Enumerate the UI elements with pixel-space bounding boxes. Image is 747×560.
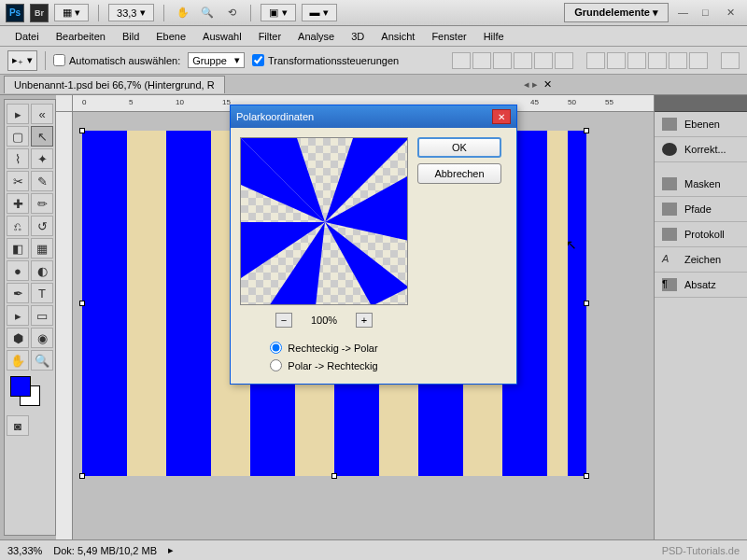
- auto-select-checkbox[interactable]: Automatisch auswählen:: [53, 54, 180, 66]
- distribute-btn[interactable]: [669, 52, 687, 69]
- tab-scroll[interactable]: ◂ ▸: [524, 78, 538, 91]
- 3d-camera-tool[interactable]: ◉: [31, 328, 53, 348]
- zoom-dropdown[interactable]: 33,3 ▾: [108, 4, 154, 21]
- color-swatches[interactable]: [7, 376, 53, 410]
- history-brush-tool[interactable]: ↺: [31, 216, 53, 236]
- brush-tool[interactable]: ✏: [31, 193, 53, 214]
- panel-absatz[interactable]: ¶Absatz: [655, 273, 747, 298]
- radio-rect-to-polar[interactable]: Rechteckig -> Polar: [270, 339, 377, 357]
- stamp-tool[interactable]: ⎌: [7, 216, 29, 236]
- dialog-close-button[interactable]: ✕: [492, 109, 511, 124]
- align-btn[interactable]: [452, 52, 471, 69]
- view-mode-dropdown[interactable]: ▦ ▾: [54, 4, 89, 21]
- align-btn[interactable]: [514, 52, 532, 69]
- menu-fenster[interactable]: Fenster: [424, 28, 473, 45]
- zoom-tool-icon[interactable]: 🔍: [198, 4, 217, 22]
- close-button[interactable]: ✕: [726, 7, 741, 20]
- zoom-in-button[interactable]: +: [356, 313, 373, 328]
- minimize-button[interactable]: —: [678, 7, 693, 20]
- arrange-dropdown[interactable]: ▣ ▾: [261, 4, 295, 21]
- document-tabs: Unbenannt-1.psd bei 66,7% (Hintergrund, …: [0, 75, 747, 95]
- zoom-out-button[interactable]: −: [275, 313, 292, 328]
- panel-ebenen[interactable]: Ebenen: [655, 112, 747, 137]
- quick-select-tool[interactable]: ✦: [31, 148, 53, 169]
- menu-filter[interactable]: Filter: [251, 28, 289, 45]
- panel-korrekturen[interactable]: Korrekt...: [655, 137, 747, 162]
- distribute-btn[interactable]: [586, 52, 605, 69]
- filter-preview[interactable]: [240, 137, 408, 305]
- menu-auswahl[interactable]: Auswahl: [195, 28, 249, 45]
- watermark: PSD-Tutorials.de: [662, 545, 740, 556]
- status-doc-info[interactable]: Dok: 5,49 MB/10,2 MB: [53, 545, 157, 556]
- workspace-dropdown[interactable]: Grundelemente ▾: [564, 3, 669, 22]
- ps-logo-icon[interactable]: Ps: [6, 4, 24, 22]
- ok-button[interactable]: OK: [417, 137, 501, 158]
- marquee-tool[interactable]: ▢: [7, 126, 29, 147]
- healing-tool[interactable]: ✚: [7, 193, 29, 214]
- options-bar: ▸₊ ▾ Automatisch auswählen: Gruppe▾ Tran…: [0, 47, 747, 75]
- eyedropper-tool[interactable]: ✎: [31, 171, 53, 191]
- lasso-tool[interactable]: ⌇: [7, 148, 29, 169]
- menu-3d[interactable]: 3D: [344, 28, 372, 45]
- hand-tool-icon[interactable]: ✋: [174, 4, 192, 22]
- menu-analyse[interactable]: Analyse: [290, 28, 342, 45]
- gradient-tool[interactable]: ▦: [31, 238, 53, 259]
- panel-pfade[interactable]: Pfade: [655, 197, 747, 222]
- foreground-color-swatch[interactable]: [10, 376, 31, 397]
- auto-select-type-dropdown[interactable]: Gruppe▾: [188, 52, 245, 68]
- pen-tool[interactable]: ✒: [7, 283, 29, 303]
- align-btn[interactable]: [534, 52, 553, 69]
- menu-ebene[interactable]: Ebene: [148, 28, 193, 45]
- transform-controls-checkbox[interactable]: Transformationssteuerungen: [252, 54, 399, 66]
- distribute-btn[interactable]: [648, 52, 667, 69]
- right-panel-dock: Ebenen Korrekt... Masken Pfade Protokoll…: [654, 95, 747, 539]
- screen-mode-dropdown[interactable]: ▬ ▾: [302, 4, 337, 21]
- blur-tool[interactable]: ●: [7, 260, 29, 281]
- menu-bearbeiten[interactable]: Bearbeiten: [49, 28, 113, 45]
- panel-masken[interactable]: Masken: [655, 172, 747, 197]
- status-zoom[interactable]: 33,33%: [7, 545, 42, 556]
- rotate-view-icon[interactable]: ⟲: [222, 4, 241, 22]
- crop-tool[interactable]: ✂: [7, 171, 29, 191]
- adjustments-icon: [662, 143, 677, 156]
- panel-protokoll[interactable]: Protokoll: [655, 222, 747, 247]
- menu-datei[interactable]: Datei: [7, 28, 47, 45]
- auto-align-btn[interactable]: [721, 52, 740, 69]
- dodge-tool[interactable]: ◐: [31, 260, 53, 281]
- bridge-logo-icon[interactable]: Br: [30, 4, 49, 22]
- path-select-tool[interactable]: ▸: [7, 305, 29, 326]
- align-btn[interactable]: [472, 52, 491, 69]
- 3d-tool[interactable]: ⬢: [7, 328, 29, 348]
- vertical-ruler[interactable]: [56, 112, 73, 539]
- masks-icon: [662, 177, 677, 190]
- maximize-button[interactable]: □: [702, 7, 717, 20]
- distribute-btn[interactable]: [607, 52, 626, 69]
- cancel-button[interactable]: Abbrechen: [417, 163, 501, 184]
- align-btn[interactable]: [555, 52, 573, 69]
- menu-bild[interactable]: Bild: [115, 28, 147, 45]
- tool-preset-dropdown[interactable]: ▸₊ ▾: [7, 50, 37, 71]
- dialog-titlebar[interactable]: Polarkoordinaten ✕: [231, 105, 516, 128]
- align-btn[interactable]: [493, 52, 512, 69]
- shape-tool[interactable]: ▭: [31, 305, 53, 326]
- distribute-btn[interactable]: [689, 52, 708, 69]
- menu-ansicht[interactable]: Ansicht: [374, 28, 422, 45]
- toolbox-collapse[interactable]: «: [31, 104, 53, 124]
- distribute-btn[interactable]: [627, 52, 646, 69]
- quick-mask-toggle[interactable]: ◙: [7, 415, 29, 436]
- menu-hilfe[interactable]: Hilfe: [476, 28, 512, 45]
- move-tool-header[interactable]: ▸: [7, 104, 29, 124]
- panel-zeichen[interactable]: AZeichen: [655, 247, 747, 273]
- ruler-origin[interactable]: [56, 95, 73, 112]
- hand-tool[interactable]: ✋: [7, 350, 29, 371]
- status-arrow[interactable]: ▸: [168, 544, 174, 556]
- document-tab[interactable]: Unbenannt-1.psd bei 66,7% (Hintergrund, …: [4, 76, 225, 93]
- radio-polar-to-rect[interactable]: Polar -> Rechteckig: [270, 357, 377, 374]
- move-tool[interactable]: ↖: [31, 126, 53, 147]
- zoom-tool[interactable]: 🔍: [31, 350, 53, 371]
- tab-close-icon[interactable]: ✕: [543, 78, 552, 91]
- paragraph-icon: ¶: [662, 278, 677, 291]
- type-tool[interactable]: T: [31, 283, 53, 303]
- eraser-tool[interactable]: ◧: [7, 238, 29, 259]
- dock-header[interactable]: [655, 95, 747, 112]
